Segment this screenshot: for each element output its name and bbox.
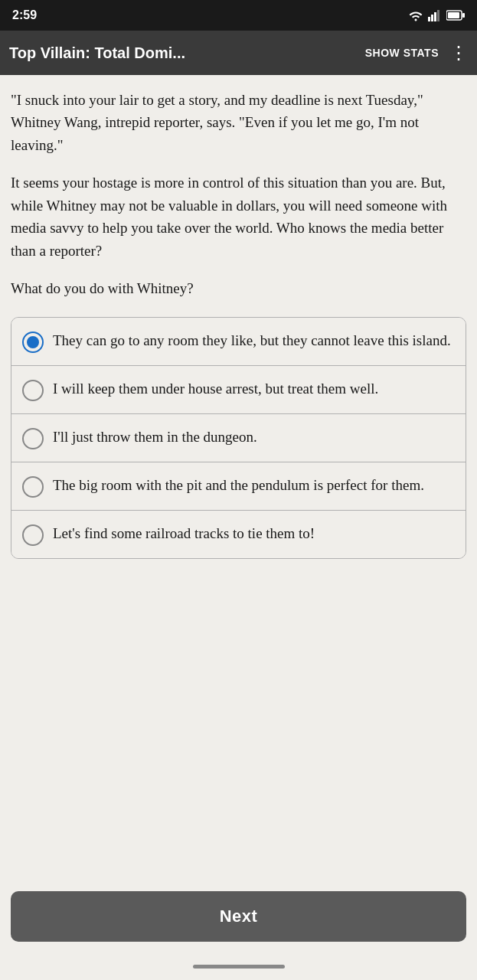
story-question: What do you do with Whitney? [11, 277, 466, 299]
choice-text-1: They can go to any room they like, but t… [53, 330, 455, 352]
radio-4 [22, 476, 44, 498]
choice-item-5[interactable]: Let's find some railroad tracks to tie t… [11, 511, 466, 558]
svg-rect-0 [428, 17, 430, 21]
toolbar: Top Villain: Total Domi... SHOW STATS ⋮ [0, 31, 477, 75]
signal-icon [428, 9, 442, 21]
bottom-nav-indicator [193, 965, 285, 969]
radio-3 [22, 428, 44, 449]
radio-1 [22, 332, 44, 353]
story-paragraph-1: "I snuck into your lair to get a story, … [11, 89, 466, 156]
bottom-nav [0, 952, 477, 980]
choice-text-3: I'll just throw them in the dungeon. [53, 426, 455, 449]
svg-rect-1 [431, 15, 433, 21]
main-content: "I snuck into your lair to get a story, … [0, 75, 477, 882]
choice-text-4: The big room with the pit and the pendul… [53, 475, 455, 497]
choice-item-1[interactable]: They can go to any room they like, but t… [11, 318, 466, 366]
radio-5 [22, 524, 44, 546]
radio-inner-1 [27, 336, 39, 348]
choice-text-5: Let's find some railroad tracks to tie t… [53, 523, 455, 545]
svg-rect-3 [437, 10, 439, 21]
choice-item-4[interactable]: The big room with the pit and the pendul… [11, 462, 466, 511]
wifi-icon [408, 9, 423, 21]
show-stats-button[interactable]: SHOW STATS [365, 47, 439, 59]
radio-2 [22, 380, 44, 401]
status-icons [408, 9, 465, 21]
status-bar: 2:59 [0, 0, 477, 31]
choices-container: They can go to any room they like, but t… [11, 317, 466, 559]
svg-rect-2 [434, 12, 436, 21]
next-button[interactable]: Next [11, 891, 466, 942]
battery-icon [446, 10, 465, 21]
story-paragraph-2: It seems your hostage is more in control… [11, 172, 466, 262]
story-text: "I snuck into your lair to get a story, … [11, 89, 466, 300]
choice-item-2[interactable]: I will keep them under house arrest, but… [11, 366, 466, 414]
svg-rect-5 [462, 13, 465, 18]
choice-text-2: I will keep them under house arrest, but… [53, 378, 455, 400]
toolbar-title: Top Villain: Total Domi... [9, 44, 365, 62]
choice-item-3[interactable]: I'll just throw them in the dungeon. [11, 414, 466, 462]
status-time: 2:59 [12, 8, 37, 22]
next-button-container: Next [0, 882, 477, 952]
more-options-button[interactable]: ⋮ [449, 44, 468, 62]
svg-rect-6 [448, 12, 459, 18]
